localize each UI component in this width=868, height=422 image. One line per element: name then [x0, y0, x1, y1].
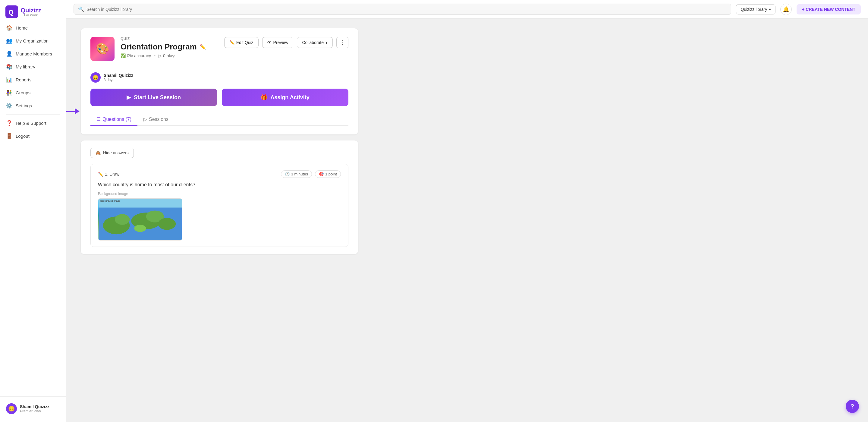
question-card-1: ✏️ 1. Draw 🕐 3 minutes 🎯 1 po: [90, 164, 348, 247]
user-avatar: 😊: [6, 403, 17, 414]
stat-separator: •: [154, 53, 156, 58]
svg-text:Background image: Background image: [100, 200, 120, 202]
search-icon: 🔍: [78, 6, 84, 12]
main-area: 🔍 Quizizz library ▾ 🔔 + CREATE NEW CONTE…: [66, 0, 868, 422]
sidebar-label-my-library: My library: [16, 64, 35, 69]
arrow-shaft: [66, 111, 75, 112]
draw-icon: ✏️: [98, 172, 103, 177]
quiz-tabs: ☰ Questions (7) ▷ Sessions: [90, 112, 348, 126]
accuracy-stat: ✅ 0% accuracy: [121, 53, 151, 58]
quiz-stats: ✅ 0% accuracy • ▷ 0 plays: [121, 53, 206, 58]
sidebar-item-settings[interactable]: ⚙️ Settings: [2, 99, 64, 112]
start-live-session-button[interactable]: ▶ Start Live Session: [90, 89, 217, 106]
hide-answers-button[interactable]: 🙈 Hide answers: [90, 148, 134, 158]
logo-name: Quizizz: [21, 7, 41, 14]
quiz-title-row: Orientation Program ✏️: [121, 42, 206, 52]
search-input[interactable]: [87, 7, 727, 12]
points-badge: 🎯 1 point: [315, 170, 341, 178]
sidebar-label-home: Home: [16, 25, 28, 30]
help-fab-button[interactable]: ?: [846, 400, 859, 413]
sidebar-label-groups: Groups: [16, 90, 30, 95]
play-icon: ▶: [127, 94, 131, 101]
edit-quiz-button[interactable]: ✏️ Edit Quiz: [224, 37, 258, 48]
quiz-card: 🎨 QUIZ Orientation Program ✏️: [81, 28, 358, 134]
notification-bell[interactable]: 🔔: [780, 4, 792, 15]
author-time: 3 days: [104, 78, 133, 82]
user-plan: Premier Plan: [20, 409, 50, 413]
library-selector[interactable]: Quizizz library ▾: [736, 4, 775, 14]
tab-questions[interactable]: ☰ Questions (7): [90, 113, 137, 126]
sidebar-nav: 🏠 Home 👥 My Organization 👤 Manage Member…: [0, 22, 66, 394]
quiz-thumbnail-icon: 🎨: [96, 42, 110, 55]
author-info: Shamil Quizizz 3 days: [104, 73, 133, 82]
question-text: Which country is home to most of our cli…: [98, 182, 341, 187]
chevron-down-icon: ▾: [769, 7, 771, 12]
question-badges: 🕐 3 minutes 🎯 1 point: [281, 170, 341, 178]
quiz-meta: QUIZ Orientation Program ✏️ ✅ 0% accurac…: [121, 37, 206, 58]
sidebar: Q Quizizz For Work 🏠 Home 👥 My Organizat…: [0, 0, 66, 422]
sidebar-item-my-library[interactable]: 📚 My library: [2, 61, 64, 73]
cta-buttons-row: ▶ Start Live Session 🎁 Assign Activity: [90, 89, 348, 106]
members-icon: 👤: [6, 51, 12, 57]
organization-icon: 👥: [6, 38, 12, 44]
quiz-type-label: QUIZ: [121, 37, 206, 41]
map-svg: Background image: [98, 199, 182, 240]
content-inner: 🎨 QUIZ Orientation Program ✏️: [81, 28, 358, 412]
svg-point-8: [158, 218, 176, 230]
assign-icon: 🎁: [261, 94, 267, 101]
sidebar-label-manage-members: Manage Members: [16, 51, 52, 56]
clock-icon: 🕐: [285, 172, 290, 176]
create-new-content-button[interactable]: + CREATE NEW CONTENT: [797, 4, 861, 14]
svg-point-9: [134, 225, 146, 232]
search-bar[interactable]: 🔍: [73, 4, 731, 15]
author-avatar: 😊: [90, 72, 101, 83]
quizizz-logo-icon: Q: [5, 5, 18, 18]
accuracy-icon: ✅: [121, 53, 126, 58]
plays-stat: ▷ 0 plays: [158, 53, 176, 58]
sidebar-label-settings: Settings: [16, 103, 32, 108]
sidebar-item-home[interactable]: 🏠 Home: [2, 22, 64, 34]
quiz-header: 🎨 QUIZ Orientation Program ✏️: [90, 37, 206, 61]
sidebar-item-my-organization[interactable]: 👥 My Organization: [2, 35, 64, 47]
arrow-indicator: [66, 108, 80, 114]
edit-title-icon[interactable]: ✏️: [200, 44, 206, 50]
quiz-actions: ✏️ Edit Quiz 👁 Preview Collaborate ▾: [224, 37, 348, 48]
questions-tab-icon: ☰: [96, 116, 101, 122]
library-icon: 📚: [6, 64, 12, 70]
sidebar-label-help: Help & Support: [16, 121, 46, 126]
plays-icon: ▷: [158, 53, 162, 58]
bell-icon: 🔔: [783, 6, 789, 13]
nav-divider: [6, 114, 60, 115]
home-icon: 🏠: [6, 25, 12, 31]
user-profile-card[interactable]: 😊 Shamil Quizizz Premier Plan: [2, 400, 64, 417]
questions-section: 🙈 Hide answers ✏️ 1. Draw 🕐: [81, 141, 358, 254]
sidebar-item-reports[interactable]: 📊 Reports: [2, 73, 64, 86]
question-type: ✏️ 1. Draw: [98, 172, 119, 177]
svg-text:Q: Q: [8, 8, 13, 16]
question-header: ✏️ 1. Draw 🕐 3 minutes 🎯 1 po: [98, 170, 341, 178]
points-icon: 🎯: [319, 172, 324, 176]
sidebar-bottom: 😊 Shamil Quizizz Premier Plan: [0, 396, 66, 417]
sidebar-item-logout[interactable]: 🚪 Logout: [2, 130, 64, 142]
sidebar-item-help-support[interactable]: ❓ Help & Support: [2, 117, 64, 129]
preview-button[interactable]: 👁 Preview: [262, 37, 293, 48]
reports-icon: 📊: [6, 77, 12, 83]
tab-sessions[interactable]: ▷ Sessions: [137, 113, 175, 126]
collaborate-button[interactable]: Collaborate ▾: [297, 37, 333, 48]
more-options-button[interactable]: ⋮: [336, 37, 348, 48]
sidebar-label-reports: Reports: [16, 77, 32, 82]
sidebar-item-groups[interactable]: 👫 Groups: [2, 87, 64, 99]
sessions-tab-icon: ▷: [144, 116, 147, 122]
logout-icon: 🚪: [6, 133, 12, 139]
sidebar-label-my-organization: My Organization: [16, 38, 49, 43]
background-image-label: Background image: [98, 192, 341, 196]
dots-icon: ⋮: [340, 39, 345, 46]
quiz-title: Orientation Program: [121, 42, 197, 52]
author-name: Shamil Quizizz: [104, 73, 133, 78]
sidebar-item-manage-members[interactable]: 👤 Manage Members: [2, 48, 64, 60]
quiz-thumbnail: 🎨: [90, 37, 115, 61]
assign-activity-button[interactable]: 🎁 Assign Activity: [222, 89, 348, 106]
preview-icon: 👁: [267, 40, 272, 45]
content-area: 🎨 QUIZ Orientation Program ✏️: [66, 19, 868, 422]
chevron-down-icon: ▾: [326, 40, 328, 45]
